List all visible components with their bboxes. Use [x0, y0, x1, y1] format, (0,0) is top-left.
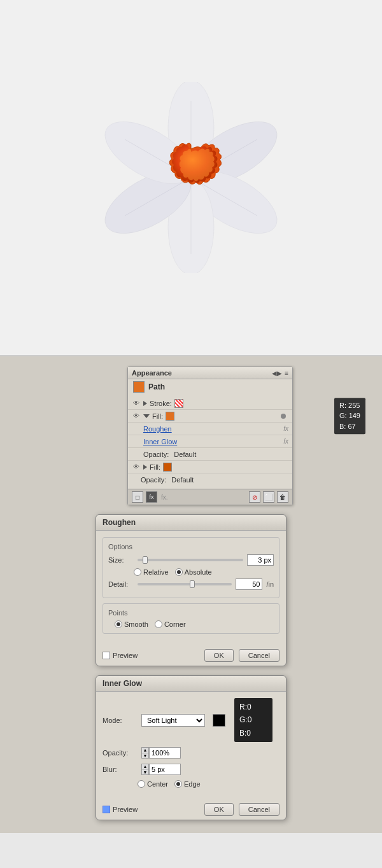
blur-down-arrow[interactable]: ▼: [142, 770, 148, 775]
size-value-input[interactable]: [247, 554, 274, 566]
relative-radio-circle[interactable]: [134, 568, 141, 576]
roughen-preview-checkbox[interactable]: Preview: [103, 652, 138, 659]
tooltip-b: B: 67: [339, 421, 360, 432]
detail-slider[interactable]: [138, 583, 232, 585]
color-tooltip: R: 255 G: 149 B: 67: [334, 398, 365, 435]
size-slider-thumb[interactable]: [143, 556, 148, 564]
opacity-spinner-arrows[interactable]: ▲ ▼: [141, 747, 149, 759]
panels-container: Appearance ◀▶ ≡ Path 👁 Str: [0, 356, 382, 833]
rgb-display: R:0 G:0 B:0: [234, 698, 272, 742]
fill2-expand-icon[interactable]: [143, 465, 147, 470]
smooth-radio-circle[interactable]: [115, 620, 122, 628]
appearance-wrapper: Appearance ◀▶ ≡ Path 👁 Str: [0, 367, 382, 505]
panel-arrows[interactable]: ◀▶: [272, 370, 282, 377]
points-section-label: Points: [108, 609, 274, 617]
inner-glow-ok-button[interactable]: OK: [204, 803, 234, 816]
fill-visibility-icon[interactable]: 👁: [132, 412, 141, 421]
center-label: Center: [147, 780, 168, 788]
blur-spinner[interactable]: ▲ ▼: [141, 764, 181, 775]
blur-spinner-arrows[interactable]: ▲ ▼: [141, 764, 149, 775]
rgb-r: R:0: [239, 701, 267, 713]
corner-radio-circle[interactable]: [155, 620, 162, 628]
appearance-panel: Appearance ◀▶ ≡ Path 👁 Str: [127, 367, 293, 505]
roughen-label[interactable]: Roughen: [143, 425, 172, 433]
center-radio[interactable]: Center: [138, 780, 168, 788]
absolute-radio[interactable]: Absolute: [175, 568, 212, 576]
fill-row-2: 👁 Fill:: [128, 461, 292, 473]
roughen-preview-checkbox-box[interactable]: [103, 652, 110, 659]
new-layer-icon[interactable]: □: [132, 491, 143, 503]
size-slider[interactable]: [138, 559, 243, 561]
inner-glow-fx: fx: [283, 438, 288, 445]
opacity-input[interactable]: [149, 747, 181, 759]
panel-titlebar: Appearance ◀▶ ≡: [128, 367, 292, 379]
opacity-value-2: Default: [171, 476, 194, 484]
inner-glow-dialog: Inner Glow Mode: Soft Light Normal Multi…: [96, 675, 286, 820]
panel-menu[interactable]: ≡: [285, 370, 288, 377]
glow-opacity-label: Opacity:: [103, 749, 138, 757]
canvas-area: [0, 0, 382, 356]
mode-select[interactable]: Soft Light Normal Multiply Screen Overla…: [141, 714, 205, 727]
delete-icon[interactable]: 🗑: [277, 491, 288, 503]
tooltip-g: G: 149: [339, 410, 360, 421]
fx-toolbar-icon[interactable]: fx: [146, 491, 157, 503]
edge-radio-circle[interactable]: [174, 780, 182, 788]
opacity-down-arrow[interactable]: ▼: [142, 753, 148, 759]
fill-swatch[interactable]: [166, 412, 174, 421]
opacity-value-1: Default: [174, 451, 196, 458]
no-style-icon[interactable]: ⊘: [249, 491, 260, 503]
inner-glow-preview-checkbox[interactable]: Preview: [103, 806, 138, 813]
roughen-options-section: Options Size: Relative: [103, 537, 279, 598]
fill-row: 👁 Fill: R: 255 G: 149 B: 67: [128, 410, 292, 423]
corner-label: Corner: [164, 620, 186, 628]
stroke-visibility-icon[interactable]: 👁: [132, 399, 141, 408]
blur-up-arrow[interactable]: ▲: [142, 764, 148, 770]
detail-value-input[interactable]: [236, 578, 262, 590]
fill2-swatch[interactable]: [163, 463, 172, 472]
stroke-swatch[interactable]: [174, 399, 183, 408]
mode-row: Mode: Soft Light Normal Multiply Screen …: [103, 698, 279, 742]
opacity-label-1: Opacity:: [143, 451, 169, 458]
fill-expand-icon[interactable]: [143, 414, 150, 418]
options-section-label: Options: [108, 543, 274, 550]
tooltip-r: R: 255: [339, 400, 360, 411]
path-label: Path: [148, 382, 165, 391]
center-edge-row: Center Edge: [103, 780, 279, 788]
inner-glow-cancel-button[interactable]: Cancel: [239, 803, 279, 816]
corner-radio[interactable]: Corner: [155, 620, 186, 628]
center-radio-circle[interactable]: [138, 780, 145, 788]
smooth-label: Smooth: [124, 620, 148, 628]
roughen-ok-button[interactable]: OK: [204, 649, 234, 662]
inner-glow-preview-box[interactable]: [103, 806, 110, 813]
absolute-radio-circle[interactable]: [175, 568, 183, 576]
stroke-expand-icon[interactable]: [143, 401, 147, 406]
size-row: Size:: [108, 554, 274, 566]
panel-title: Appearance: [132, 369, 172, 377]
path-color-swatch: [133, 381, 145, 393]
detail-slider-thumb[interactable]: [190, 580, 195, 588]
size-type-radio-group: Relative Absolute: [134, 568, 212, 576]
blur-input[interactable]: [149, 764, 181, 775]
stroke-label: Stroke:: [150, 400, 172, 407]
detail-unit: /in: [266, 580, 274, 588]
roughen-points-section: Points Smooth Corner: [103, 603, 279, 634]
edge-label: Edge: [184, 780, 201, 788]
relative-radio[interactable]: Relative: [134, 568, 169, 576]
fx-text-icon[interactable]: fx.: [161, 494, 168, 501]
opacity-up-arrow[interactable]: ▲: [142, 748, 148, 753]
smooth-radio[interactable]: Smooth: [115, 620, 148, 628]
roughen-fx: fx: [283, 425, 288, 432]
inner-glow-body: Mode: Soft Light Normal Multiply Screen …: [96, 692, 286, 799]
glow-color-swatch[interactable]: [213, 714, 225, 727]
edge-radio[interactable]: Edge: [174, 780, 201, 788]
inner-glow-label[interactable]: Inner Glow: [143, 438, 177, 445]
duplicate-icon[interactable]: ⬜: [263, 491, 274, 503]
opacity-spinner[interactable]: ▲ ▼: [141, 747, 181, 759]
points-radio-group: Smooth Corner: [108, 620, 274, 628]
path-header: Path: [128, 379, 292, 395]
detail-label: Detail:: [108, 580, 134, 588]
fill2-visibility-icon[interactable]: 👁: [132, 463, 141, 472]
inner-glow-row: Inner Glow fx: [128, 435, 292, 448]
rgb-g: G:0: [239, 713, 267, 726]
roughen-cancel-button[interactable]: Cancel: [239, 649, 279, 662]
